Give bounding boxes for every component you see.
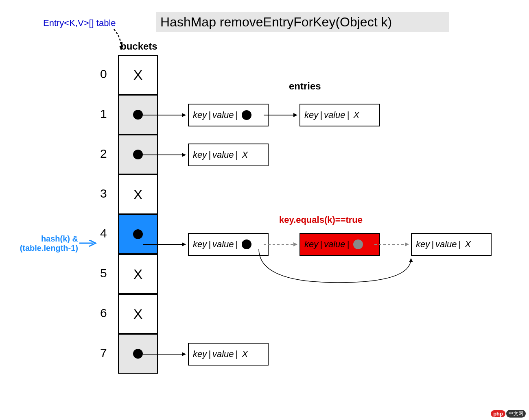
- bucket-4: [118, 214, 158, 254]
- watermark-php: php: [491, 410, 505, 417]
- bucket-array: X X X X: [118, 55, 158, 374]
- table-type-label: Entry<K,V>[] table: [43, 18, 116, 28]
- entry-node: key| value| X: [411, 233, 492, 256]
- entry-null: X: [242, 349, 248, 359]
- entry-key: key: [193, 349, 207, 359]
- bucket-index-2: 2: [100, 147, 107, 161]
- pointer-dot: [133, 229, 143, 239]
- diagram-title: HashMap removeEntryForKey(Object k): [160, 15, 392, 30]
- bucket-2: [118, 135, 158, 174]
- entry-key: key: [304, 239, 318, 250]
- bucket-content: X: [133, 266, 143, 282]
- watermark-cn: 中文网: [506, 410, 526, 418]
- entries-label: entries: [289, 81, 321, 92]
- entry-node: key| value|: [188, 233, 269, 256]
- pointer-dot: [133, 349, 143, 359]
- entry-key: key: [416, 239, 430, 250]
- bucket-content: X: [133, 306, 143, 322]
- entry-key: key: [193, 150, 207, 160]
- hash-formula-label: hash(k) & (table.length-1): [17, 234, 78, 253]
- bucket-3: X: [118, 174, 158, 214]
- bucket-7: [118, 334, 158, 374]
- bucket-index-1: 1: [100, 107, 107, 121]
- entry-value: value: [212, 150, 234, 160]
- entry-null: X: [465, 239, 471, 250]
- entry-key: key: [304, 110, 318, 120]
- bucket-6: X: [118, 294, 158, 334]
- entry-null: X: [242, 150, 248, 160]
- entry-value: value: [212, 239, 234, 250]
- bucket-index-5: 5: [100, 266, 107, 280]
- entry-value: value: [212, 110, 234, 120]
- bucket-0: X: [118, 55, 158, 95]
- next-pointer-dot: [242, 239, 251, 249]
- entry-value: value: [435, 239, 457, 250]
- next-pointer-dot: [242, 110, 251, 120]
- watermark: php 中文网: [491, 410, 526, 418]
- hash-line1: hash(k) &: [41, 234, 78, 243]
- bucket-content: X: [133, 187, 143, 202]
- bucket-5: X: [118, 254, 158, 294]
- entry-node: key| value| X: [188, 144, 269, 166]
- equals-label: key.equals(k)==true: [279, 215, 363, 225]
- bucket-index-7: 7: [100, 346, 107, 360]
- entry-node-removed: key| value|: [299, 233, 380, 256]
- buckets-label: buckets: [120, 41, 157, 52]
- entry-value: value: [212, 349, 234, 359]
- entry-node: key| value|: [188, 104, 269, 126]
- bucket-1: [118, 95, 158, 135]
- hash-line2: (table.length-1): [20, 244, 78, 252]
- bucket-index-3: 3: [100, 187, 107, 200]
- bucket-index-4: 4: [100, 226, 107, 240]
- entry-node: key| value| X: [299, 104, 380, 126]
- next-pointer-dot: [353, 239, 363, 249]
- entry-null: X: [353, 110, 359, 120]
- entry-value: value: [324, 239, 345, 250]
- pointer-dot: [133, 110, 143, 120]
- bucket-content: X: [133, 67, 143, 83]
- entry-value: value: [324, 110, 345, 120]
- bucket-index-6: 6: [100, 306, 107, 320]
- entry-node: key| value| X: [188, 343, 269, 366]
- pointer-dot: [133, 150, 143, 159]
- entry-key: key: [193, 239, 207, 250]
- bucket-index-0: 0: [100, 67, 107, 81]
- entry-key: key: [193, 110, 207, 120]
